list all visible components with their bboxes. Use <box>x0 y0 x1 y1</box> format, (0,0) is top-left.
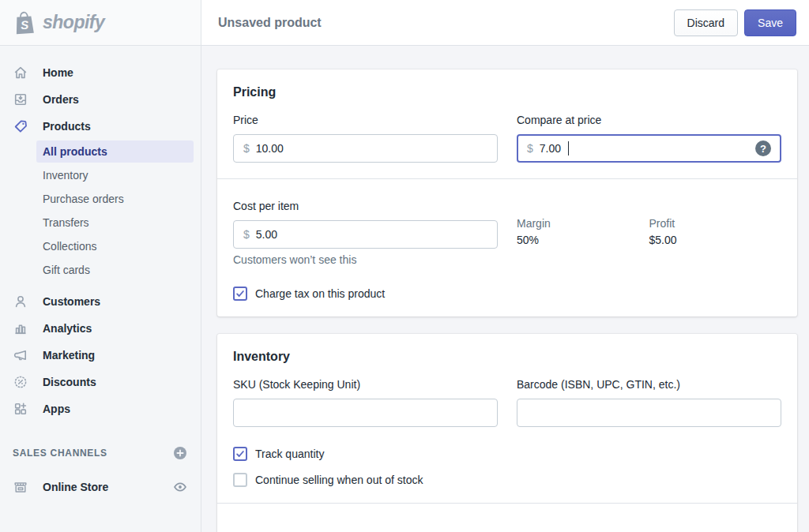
orders-icon <box>13 92 28 107</box>
compare-at-price-label: Compare at price <box>517 112 781 128</box>
sidebar-item-label: Discounts <box>43 376 96 388</box>
profit-value: $5.00 <box>649 231 782 249</box>
sku-label: SKU (Stock Keeping Unit) <box>233 377 498 392</box>
sales-channels-title: SALES CHANNELS <box>13 448 107 459</box>
home-icon <box>13 65 28 81</box>
text-cursor <box>568 141 569 155</box>
charge-tax-checkbox-row[interactable]: Charge tax on this product <box>233 287 781 301</box>
sidebar-item-apps[interactable]: Apps <box>0 395 201 422</box>
sidebar-item-label: Online Store <box>43 481 108 493</box>
logo-area: S shopify <box>0 0 201 46</box>
sidebar-subitem-gift-cards[interactable]: Gift cards <box>0 258 201 282</box>
compare-at-price-value: 7.00 <box>540 142 561 155</box>
sidebar-item-label: Apps <box>43 403 70 415</box>
sidebar-item-marketing[interactable]: Marketing <box>0 342 201 369</box>
sidebar-subitem-purchase-orders[interactable]: Purchase orders <box>0 187 201 211</box>
svg-text:S: S <box>21 17 29 32</box>
pricing-heading: Pricing <box>233 85 781 99</box>
margin-profit-stats: Margin 50% Profit $5.00 <box>517 198 781 268</box>
sidebar-item-discounts[interactable]: Discounts <box>0 369 201 395</box>
cost-per-item-label: Cost per item <box>233 198 498 214</box>
pricing-card: Pricing Price $ 10.00 Compare at price $ <box>217 69 797 317</box>
shopify-bag-icon: S <box>13 9 36 37</box>
sidebar-subitem-transfers[interactable]: Transfers <box>0 211 201 234</box>
analytics-icon <box>13 320 28 336</box>
page-title: Unsaved product <box>218 16 322 30</box>
main-content: Pricing Price $ 10.00 Compare at price $ <box>201 46 809 532</box>
sidebar-item-customers[interactable]: Customers <box>0 288 201 315</box>
barcode-field-group: Barcode (ISBN, UPC, GTIN, etc.) <box>517 377 781 427</box>
sidebar-subitem-all-products[interactable]: All products <box>36 140 194 163</box>
barcode-label: Barcode (ISBN, UPC, GTIN, etc.) <box>517 377 781 392</box>
online-store-icon <box>13 479 28 495</box>
shopify-wordmark: shopify <box>43 12 104 33</box>
currency-prefix: $ <box>243 142 250 155</box>
header-actions: Discard Save <box>674 9 796 36</box>
continue-selling-checkbox-row[interactable]: Continue selling when out of stock <box>233 473 781 487</box>
barcode-input[interactable] <box>517 399 781 427</box>
pricing-top-section: Pricing Price $ 10.00 Compare at price $ <box>217 69 797 178</box>
sidebar-item-home[interactable]: Home <box>0 59 201 86</box>
track-quantity-label: Track quantity <box>255 448 324 460</box>
inventory-heading: Inventory <box>233 350 781 364</box>
sidebar-subitem-inventory[interactable]: Inventory <box>0 163 201 187</box>
shopify-admin: S shopify Unsaved product Discard Save H… <box>0 0 809 532</box>
view-online-store-eye-icon[interactable] <box>172 479 188 495</box>
cost-per-item-value: 5.00 <box>256 228 277 241</box>
sidebar-nav: Home Orders Products All products <box>0 46 201 532</box>
sidebar-item-analytics[interactable]: Analytics <box>0 315 201 342</box>
sales-channels-header: SALES CHANNELS <box>0 445 201 461</box>
inventory-card: Inventory SKU (Stock Keeping Unit) Barco… <box>217 334 797 532</box>
products-icon <box>13 118 28 134</box>
currency-prefix: $ <box>243 228 250 241</box>
margin-stat: Margin 50% <box>517 215 649 268</box>
pricing-cost-section: Cost per item $ 5.00 Customers won’t see… <box>217 178 797 317</box>
sku-input[interactable] <box>233 399 498 427</box>
cost-field-group: Cost per item $ 5.00 Customers won’t see… <box>233 198 498 268</box>
marketing-icon <box>13 347 28 363</box>
margin-label: Margin <box>517 215 649 231</box>
inventory-top-section: Inventory SKU (Stock Keeping Unit) Barco… <box>217 334 797 503</box>
nav-gap <box>0 282 201 288</box>
price-label: Price <box>233 112 498 128</box>
continue-selling-label: Continue selling when out of stock <box>255 474 423 486</box>
currency-prefix: $ <box>527 142 533 155</box>
discounts-icon <box>13 374 28 390</box>
sidebar-subitem-collections[interactable]: Collections <box>0 234 201 258</box>
customers-icon <box>13 294 28 309</box>
track-quantity-checkbox[interactable] <box>233 447 247 461</box>
price-field-group: Price $ 10.00 <box>233 112 498 163</box>
track-quantity-checkbox-row[interactable]: Track quantity <box>233 447 781 461</box>
charge-tax-label: Charge tax on this product <box>255 287 385 300</box>
charge-tax-checkbox[interactable] <box>233 287 247 301</box>
compare-at-price-field-group: Compare at price $ 7.00 ? <box>517 112 781 163</box>
compare-at-price-input[interactable]: $ 7.00 ? <box>517 134 781 163</box>
sidebar-item-label: Analytics <box>43 322 92 335</box>
cost-per-item-input[interactable]: $ 5.00 <box>233 220 498 249</box>
sku-field-group: SKU (Stock Keeping Unit) <box>233 377 498 427</box>
margin-value: 50% <box>517 231 649 249</box>
price-value: 10.00 <box>256 142 284 155</box>
sidebar-item-products[interactable]: Products <box>0 113 201 140</box>
page-header: Unsaved product Discard Save <box>201 0 809 46</box>
discard-button[interactable]: Discard <box>674 9 738 36</box>
save-button[interactable]: Save <box>744 9 796 36</box>
sidebar-item-label: Customers <box>43 295 100 308</box>
sidebar-item-label: Home <box>43 66 73 79</box>
price-input[interactable]: $ 10.00 <box>233 134 498 163</box>
help-question-icon[interactable]: ? <box>755 140 771 156</box>
add-sales-channel-icon[interactable] <box>172 445 188 461</box>
sidebar-item-label: Marketing <box>43 349 95 362</box>
apps-icon <box>13 401 28 417</box>
sidebar-item-label: Orders <box>43 93 79 106</box>
sidebar-item-label: Products <box>43 120 91 133</box>
cost-helper-text: Customers won’t see this <box>233 252 498 268</box>
continue-selling-checkbox[interactable] <box>233 473 247 487</box>
sidebar-item-online-store[interactable]: Online Store <box>0 474 201 500</box>
profit-label: Profit <box>649 215 782 231</box>
profit-stat: Profit $5.00 <box>649 215 782 268</box>
inventory-next-section-divider <box>217 503 797 532</box>
sidebar-item-orders[interactable]: Orders <box>0 86 201 113</box>
